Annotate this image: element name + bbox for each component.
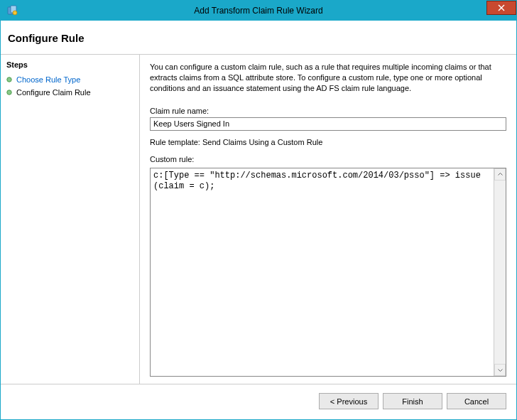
scroll-down-button[interactable] bbox=[494, 364, 506, 376]
intro-text: You can configure a custom claim rule, s… bbox=[150, 62, 506, 94]
rule-template-text: Rule template: Send Claims Using a Custo… bbox=[150, 138, 506, 146]
custom-rule-frame bbox=[150, 168, 506, 377]
main-panel: You can configure a custom claim rule, s… bbox=[140, 55, 516, 384]
window-title: Add Transform Claim Rule Wizard bbox=[1, 6, 516, 16]
footer: < Previous Finish Cancel bbox=[1, 384, 516, 419]
step-configure-claim-rule[interactable]: Configure Claim Rule bbox=[6, 86, 134, 99]
page-header: Configure Rule bbox=[1, 21, 516, 55]
step-bullet-icon bbox=[6, 77, 12, 82]
cancel-button[interactable]: Cancel bbox=[447, 393, 506, 409]
custom-rule-wrap bbox=[150, 168, 506, 377]
svg-point-2 bbox=[13, 11, 17, 15]
step-label: Configure Claim Rule bbox=[16, 88, 91, 97]
steps-sidebar: Steps Choose Rule Type Configure Claim R… bbox=[1, 55, 140, 384]
body: Steps Choose Rule Type Configure Claim R… bbox=[1, 55, 516, 384]
custom-rule-textarea[interactable] bbox=[151, 168, 494, 376]
custom-rule-label: Custom rule: bbox=[150, 155, 506, 163]
close-button[interactable] bbox=[486, 1, 516, 15]
scrollbar bbox=[494, 168, 506, 376]
step-label: Choose Rule Type bbox=[16, 75, 80, 84]
claim-rule-name-input[interactable] bbox=[150, 117, 506, 131]
chevron-down-icon bbox=[498, 369, 503, 372]
titlebar: Add Transform Claim Rule Wizard bbox=[1, 1, 516, 21]
svg-point-5 bbox=[7, 77, 11, 82]
page-title: Configure Rule bbox=[8, 32, 509, 44]
chevron-up-icon bbox=[498, 173, 503, 176]
wizard-window: Add Transform Claim Rule Wizard Configur… bbox=[0, 0, 517, 420]
svg-point-6 bbox=[7, 90, 11, 95]
scroll-up-button[interactable] bbox=[494, 168, 506, 181]
app-icon bbox=[6, 5, 18, 16]
step-bullet-icon bbox=[6, 90, 12, 95]
step-choose-rule-type[interactable]: Choose Rule Type bbox=[6, 73, 134, 86]
claim-rule-name-label: Claim rule name: bbox=[150, 107, 506, 115]
previous-button[interactable]: < Previous bbox=[319, 393, 379, 409]
finish-button[interactable]: Finish bbox=[383, 393, 442, 409]
close-icon bbox=[498, 4, 505, 11]
steps-heading: Steps bbox=[6, 60, 134, 69]
